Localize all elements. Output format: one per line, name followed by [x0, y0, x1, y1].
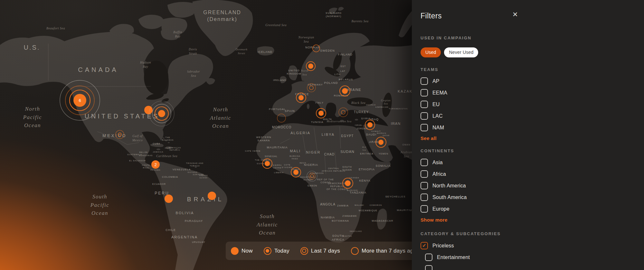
- legend-item-today: Today: [264, 247, 289, 255]
- legend-item-now: Now: [231, 247, 253, 255]
- map-marker[interactable]: [338, 107, 349, 119]
- map-marker[interactable]: [261, 158, 273, 171]
- map-marker[interactable]: [148, 100, 175, 128]
- filter-pill-never-used[interactable]: Never Used: [444, 47, 478, 57]
- filters-title: Filters: [421, 12, 644, 20]
- filter-pill-used[interactable]: Used: [421, 47, 441, 57]
- filter-row-eema: EEMA: [421, 89, 644, 96]
- filter-row-africa: Africa: [421, 170, 644, 178]
- map-marker[interactable]: [342, 177, 354, 191]
- show-more-link[interactable]: Show more: [421, 217, 644, 223]
- map-marker[interactable]: [306, 170, 318, 184]
- continents-list: AsiaAfricaNorth AmericaSouth AmericaEuro…: [421, 159, 644, 213]
- filter-row-south-america: South America: [421, 194, 644, 201]
- map-marker[interactable]: [306, 83, 317, 94]
- threat-map-screen: U.S.CANADAUNITED STATESMEXICOGREENLAND (…: [0, 0, 644, 270]
- filter-row-priceless: ✓Priceless: [421, 242, 644, 249]
- categories-list: ✓PricelessEntertainment: [421, 242, 644, 270]
- filter-label-europe[interactable]: Europe: [432, 206, 450, 212]
- filter-row-nam: NAM: [421, 124, 644, 131]
- map-marker[interactable]: 2: [150, 159, 161, 171]
- checkbox-asia[interactable]: [421, 159, 428, 166]
- map-marker[interactable]: [115, 129, 125, 141]
- checkmark-icon: ✓: [422, 243, 426, 248]
- filter-label-south-america[interactable]: South America: [432, 195, 467, 200]
- filter-label-nam[interactable]: NAM: [432, 125, 444, 131]
- now-legend-icon: [231, 247, 239, 255]
- checkbox-entertainment[interactable]: [425, 254, 432, 261]
- filter-label-lac[interactable]: LAC: [432, 113, 443, 119]
- map-marker[interactable]: [295, 92, 307, 105]
- see-all-link[interactable]: See all: [421, 135, 644, 141]
- checkbox-europe[interactable]: [421, 205, 428, 213]
- last7-legend-icon: [300, 247, 308, 255]
- filter-row-north-america: North America: [421, 182, 644, 189]
- filter-row-ap: AP: [421, 77, 644, 85]
- map-marker[interactable]: [305, 61, 316, 73]
- filter-label-ap[interactable]: AP: [432, 78, 440, 84]
- filter-label-eu[interactable]: EU: [432, 102, 440, 107]
- close-icon[interactable]: ✕: [512, 11, 518, 18]
- teams-list: APEEMAEULACNAM: [421, 77, 644, 131]
- filter-label-asia[interactable]: Asia: [432, 160, 443, 165]
- filters-panel: Filters ✕ USED IN CAMPAIGN UsedNever Use…: [412, 0, 644, 270]
- legend-label: Today: [274, 248, 289, 254]
- checkbox-south-america[interactable]: [421, 194, 428, 201]
- map-marker[interactable]: [364, 119, 376, 132]
- map-marker[interactable]: [290, 166, 302, 179]
- today-legend-icon: [264, 247, 271, 255]
- filter-label-eema[interactable]: EEMA: [432, 90, 447, 96]
- checkbox-item[interactable]: [425, 265, 432, 270]
- section-categories: CATEGORY & SUBCATEGORIES: [421, 231, 644, 236]
- map-marker[interactable]: [164, 194, 174, 205]
- checkbox-priceless[interactable]: ✓: [421, 242, 428, 249]
- svg-text:6: 6: [79, 98, 81, 103]
- section-teams: TEAMS: [421, 67, 644, 72]
- section-continents: CONTINENTS: [421, 148, 644, 153]
- checkbox-ap[interactable]: [421, 77, 428, 85]
- checkbox-north-america[interactable]: [421, 182, 428, 189]
- filter-row-asia: Asia: [421, 159, 644, 166]
- map-marker[interactable]: 6: [59, 79, 101, 123]
- map-marker[interactable]: [339, 85, 351, 98]
- legend-item-last-7-days: Last 7 days: [300, 247, 340, 255]
- filter-row-entertainment: Entertainment: [425, 254, 644, 261]
- legend-label: Now: [242, 248, 253, 254]
- legend-label: More than 7 days ago: [362, 248, 416, 254]
- checkbox-eema[interactable]: [421, 89, 428, 96]
- checkbox-nam[interactable]: [421, 124, 428, 131]
- filter-label-entertainment[interactable]: Entertainment: [437, 255, 470, 260]
- filter-label-priceless[interactable]: Priceless: [432, 243, 454, 249]
- map-marker[interactable]: [312, 44, 321, 54]
- map-marker[interactable]: [375, 136, 387, 150]
- map-marker[interactable]: [207, 191, 217, 202]
- checkbox-eu[interactable]: [421, 101, 428, 108]
- filter-label-north-america[interactable]: North America: [432, 183, 466, 189]
- legend-item-more-than-7-days-ago: More than 7 days ago: [351, 247, 416, 255]
- checkbox-lac[interactable]: [421, 112, 428, 120]
- section-used-in-campaign: USED IN CAMPAIGN: [421, 35, 644, 40]
- filter-row-item: [425, 265, 644, 270]
- filter-label-africa[interactable]: Africa: [432, 171, 446, 177]
- used-in-campaign-options: UsedNever Used: [421, 47, 644, 57]
- checkbox-africa[interactable]: [421, 170, 428, 178]
- legend-label: Last 7 days: [311, 248, 340, 254]
- map-marker[interactable]: [276, 113, 287, 125]
- filter-row-eu: EU: [421, 101, 644, 108]
- older-legend-icon: [351, 247, 359, 255]
- filter-row-lac: LAC: [421, 112, 644, 120]
- map-marker[interactable]: [315, 107, 327, 120]
- svg-text:2: 2: [154, 162, 156, 167]
- filter-row-europe: Europe: [421, 205, 644, 213]
- map-legend: NowTodayLast 7 daysMore than 7 days ago: [226, 242, 438, 260]
